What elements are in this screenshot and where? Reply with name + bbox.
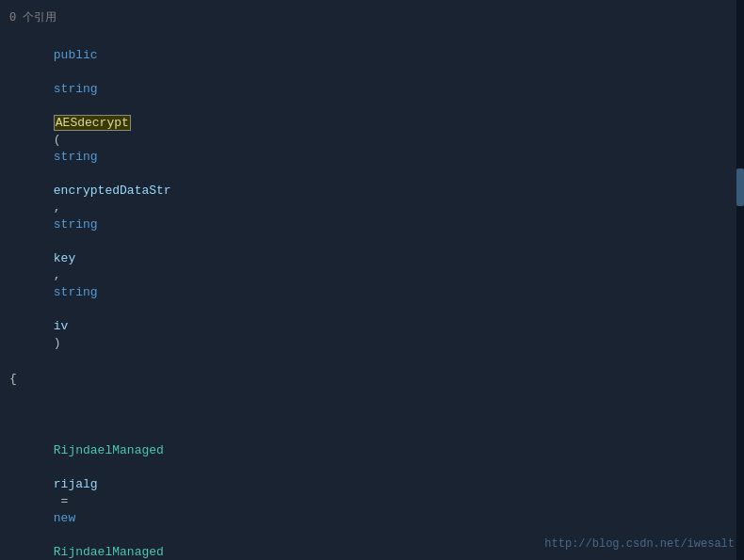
params: ( (54, 133, 61, 147)
keyword-string3: string (54, 217, 98, 232)
keyword-public: public (54, 48, 98, 62)
scrollbar-thumb[interactable] (736, 168, 744, 206)
keyword-string2: string (54, 150, 98, 164)
method-name: AESdecrypt (54, 115, 131, 131)
code-editor: 0 个引用 public string AESdecrypt ( string … (0, 0, 744, 560)
eq: = (54, 494, 75, 508)
scrollbar[interactable] (736, 0, 744, 560)
brace: { (9, 372, 17, 386)
kw-new: new (54, 511, 75, 525)
comma: , (54, 200, 69, 215)
space (54, 167, 61, 181)
param3: iv (54, 319, 69, 333)
space (54, 460, 61, 474)
keyword-string4: string (54, 285, 98, 299)
comma2: , (54, 268, 69, 282)
code-line: { (0, 370, 744, 389)
param2: key (54, 251, 75, 265)
class-rijndael: RijndaelManaged (54, 443, 164, 457)
close-paren: ) (54, 336, 61, 350)
indent (54, 426, 83, 440)
space (54, 65, 61, 79)
space (54, 528, 61, 542)
var-rijalg: rijalg (54, 477, 98, 491)
code-line-empty (0, 389, 744, 408)
ref-count: 0 个引用 (0, 8, 744, 29)
keyword-string: string (54, 82, 98, 96)
code-line: public string AESdecrypt ( string encryp… (0, 29, 744, 370)
class-rijndael2: RijndaelManaged (54, 545, 164, 559)
space (54, 99, 61, 113)
space (54, 302, 61, 316)
watermark: http://blog.csdn.net/iwesalt (544, 537, 735, 551)
param1: encryptedDataStr (54, 184, 171, 198)
space (54, 234, 61, 248)
